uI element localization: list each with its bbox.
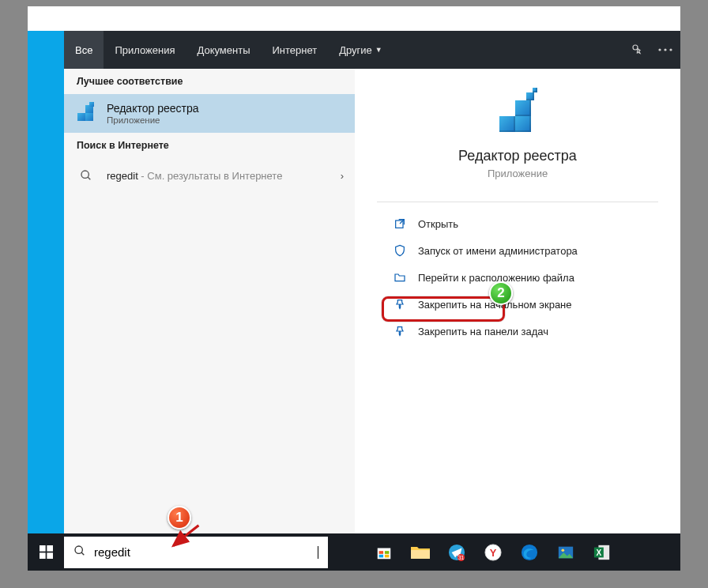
search-scope-tabs: Все Приложения Документы Интернет Другие… bbox=[64, 31, 680, 69]
svg-line-12 bbox=[81, 552, 84, 555]
search-window: Все Приложения Документы Интернет Другие… bbox=[28, 6, 680, 571]
result-web-search[interactable]: regedit - См. результаты в Интернете › bbox=[64, 158, 355, 193]
svg-text:Y: Y bbox=[490, 546, 497, 558]
action-label: Закрепить на панели задач bbox=[418, 326, 548, 337]
taskbar-apps: 31 Y X bbox=[367, 533, 619, 571]
windows-icon bbox=[40, 545, 53, 559]
pin-icon bbox=[393, 324, 407, 338]
svg-text:X: X bbox=[597, 548, 602, 556]
best-match-header: Лучшее соответствие bbox=[64, 69, 355, 94]
taskbar-app-photos[interactable] bbox=[549, 537, 582, 568]
svg-point-11 bbox=[75, 546, 82, 553]
svg-point-26 bbox=[562, 548, 565, 552]
taskbar-app-excel[interactable]: X bbox=[586, 537, 619, 568]
svg-rect-15 bbox=[385, 551, 390, 554]
svg-point-1 bbox=[658, 48, 661, 51]
taskbar-app-explorer[interactable] bbox=[404, 537, 437, 568]
taskbar-app-yandex[interactable]: Y bbox=[476, 537, 510, 568]
result-title: Редактор реестра bbox=[107, 102, 199, 115]
detail-title: Редактор реестра bbox=[355, 148, 680, 164]
registry-icon bbox=[77, 104, 96, 123]
start-button[interactable] bbox=[28, 533, 64, 571]
tab-all[interactable]: Все bbox=[64, 31, 104, 69]
action-run-as-admin[interactable]: Запуск от имени администратора bbox=[355, 237, 680, 264]
svg-rect-14 bbox=[379, 551, 384, 554]
svg-rect-18 bbox=[411, 550, 430, 559]
annotation-step-1: 1 bbox=[168, 506, 191, 530]
divider bbox=[377, 202, 658, 202]
svg-point-4 bbox=[81, 171, 88, 178]
open-icon bbox=[393, 217, 407, 231]
shield-icon bbox=[393, 243, 407, 258]
taskbar-search[interactable] bbox=[64, 537, 328, 568]
svg-line-5 bbox=[88, 177, 90, 179]
action-open[interactable]: Открыть bbox=[355, 210, 680, 237]
svg-rect-10 bbox=[47, 552, 53, 559]
folder-icon bbox=[393, 270, 407, 285]
result-registry-editor[interactable]: Редактор реестра Приложение bbox=[64, 94, 355, 133]
svg-rect-8 bbox=[47, 545, 53, 552]
svg-rect-16 bbox=[379, 554, 384, 557]
feedback-icon[interactable] bbox=[620, 31, 650, 69]
action-pin-start[interactable]: Закрепить на начальном экране bbox=[355, 291, 680, 318]
search-icon bbox=[77, 166, 96, 185]
action-list: Открыть Запуск от имени администратора П… bbox=[355, 210, 680, 345]
web-query-suffix: - См. результаты в Интернете bbox=[138, 170, 283, 182]
tab-more[interactable]: Другие▼ bbox=[328, 31, 394, 69]
svg-rect-9 bbox=[40, 552, 46, 559]
svg-point-2 bbox=[664, 48, 666, 51]
pin-icon bbox=[393, 297, 407, 311]
detail-subtitle: Приложение bbox=[355, 168, 680, 179]
web-query-text: regedit bbox=[107, 170, 138, 182]
tab-more-label: Другие bbox=[339, 44, 372, 56]
detail-app-icon bbox=[355, 97, 680, 134]
result-subtitle: Приложение bbox=[107, 115, 199, 125]
action-open-location[interactable]: Перейти к расположению файла bbox=[355, 264, 680, 291]
web-search-header: Поиск в Интернете bbox=[64, 133, 355, 158]
more-options-icon[interactable] bbox=[650, 31, 680, 69]
taskbar: 31 Y X bbox=[28, 533, 680, 571]
results-panel: Лучшее соответствие Редактор реестра При… bbox=[64, 69, 355, 533]
svg-point-0 bbox=[633, 45, 638, 50]
action-label: Открыть bbox=[418, 218, 458, 230]
action-label: Запуск от имени администратора bbox=[418, 245, 578, 257]
taskbar-app-telegram[interactable]: 31 bbox=[440, 537, 473, 568]
annotation-step-2: 2 bbox=[489, 281, 513, 305]
chevron-right-icon: › bbox=[341, 170, 344, 182]
tab-documents[interactable]: Документы bbox=[186, 31, 261, 69]
taskbar-app-edge[interactable] bbox=[513, 537, 546, 568]
taskbar-app-store[interactable] bbox=[367, 537, 401, 568]
search-input[interactable] bbox=[94, 545, 318, 559]
action-pin-taskbar[interactable]: Закрепить на панели задач bbox=[355, 318, 680, 345]
chevron-down-icon: ▼ bbox=[375, 46, 382, 54]
tab-internet[interactable]: Интернет bbox=[261, 31, 328, 69]
svg-point-3 bbox=[669, 48, 672, 51]
svg-rect-7 bbox=[40, 545, 46, 552]
svg-rect-17 bbox=[385, 554, 390, 557]
search-icon bbox=[73, 545, 86, 560]
accent-strip bbox=[28, 31, 64, 533]
tab-apps[interactable]: Приложения bbox=[104, 31, 186, 69]
svg-text:31: 31 bbox=[458, 555, 465, 560]
detail-panel: Редактор реестра Приложение Открыть Запу… bbox=[355, 69, 680, 533]
